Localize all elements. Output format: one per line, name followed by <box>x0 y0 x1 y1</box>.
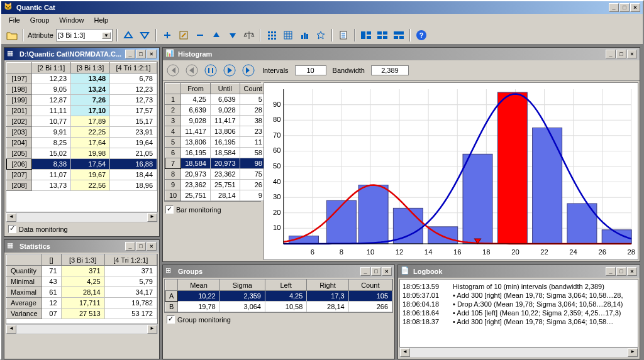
panel-min[interactable]: _ <box>125 50 135 58</box>
svg-text:16: 16 <box>453 248 462 256</box>
hist-titlebar: 📊 Histogram _□× <box>163 48 640 60</box>
data-table[interactable]: [2 Bi 1:1][3 Bi 1:3][4 Tri 1:2:1][197]12… <box>6 62 157 191</box>
star-button[interactable] <box>314 28 328 42</box>
add-button[interactable] <box>160 28 174 42</box>
last-button[interactable] <box>241 63 256 78</box>
help-button[interactable]: ? <box>414 28 428 42</box>
svg-rect-3 <box>274 31 276 33</box>
chart-icon: 📊 <box>165 49 175 59</box>
up-button[interactable] <box>121 28 135 42</box>
bar-monitor-checkbox[interactable] <box>165 205 174 214</box>
menu-window[interactable]: Window <box>54 15 89 25</box>
menu-file[interactable]: File <box>4 15 25 25</box>
maximize-button[interactable]: □ <box>619 3 630 12</box>
svg-text:8: 8 <box>340 248 343 256</box>
histogram-chart[interactable]: 1020304050607080906810121416182022242628 <box>264 82 638 260</box>
document-button[interactable] <box>336 28 350 42</box>
pause-button[interactable] <box>203 63 218 78</box>
down-button[interactable] <box>138 28 152 42</box>
close-button[interactable]: × <box>630 3 640 12</box>
dropdown-arrow-icon[interactable]: ▼ <box>102 32 111 39</box>
svg-rect-9 <box>274 38 276 40</box>
attribute-dropdown[interactable]: ▼ <box>56 29 113 41</box>
minimize-button[interactable]: _ <box>609 3 619 12</box>
svg-rect-23 <box>394 36 398 39</box>
panel-close[interactable]: × <box>147 50 157 58</box>
stats-titlebar: ▦ Statistics _□× <box>4 240 159 253</box>
groups-table[interactable]: MeanSigmaLeftRightCountA10,222,3594,2517… <box>165 280 392 312</box>
svg-text:50: 50 <box>273 162 281 170</box>
panel-min[interactable]: _ <box>360 267 370 276</box>
balance-button[interactable] <box>242 28 256 42</box>
panel-max[interactable]: □ <box>136 242 146 251</box>
panel-min[interactable]: _ <box>606 50 616 58</box>
log-body[interactable]: 18:05:13.5918:05:37.0118:06:04.1818:06:1… <box>399 279 638 347</box>
svg-rect-24 <box>399 36 404 39</box>
bandwidth-input[interactable] <box>371 65 409 75</box>
svg-rect-17 <box>367 36 371 39</box>
data-monitor-checkbox[interactable] <box>8 225 16 233</box>
up2-button[interactable] <box>209 28 223 42</box>
app-icon: 🐱 <box>4 3 14 13</box>
layout2-button[interactable] <box>375 28 389 42</box>
svg-text:24: 24 <box>569 248 577 256</box>
layout1-button[interactable] <box>359 28 373 42</box>
data-panel-titlebar: ▦ D:\Quantic Cat\NORMDATA.C... _□× <box>4 48 159 60</box>
panel-max[interactable]: □ <box>371 267 381 276</box>
stats-icon: ▦ <box>7 241 17 251</box>
svg-text:10: 10 <box>273 224 281 231</box>
main-toolbar: Attribute ▼ ? <box>1 26 643 45</box>
svg-rect-13 <box>306 34 308 39</box>
interval-table[interactable]: FromUntilCount14,256,639526,6399,0282839… <box>165 83 267 201</box>
edit-button[interactable] <box>177 28 191 42</box>
svg-text:22: 22 <box>540 248 548 256</box>
svg-text:14: 14 <box>425 248 433 256</box>
remove-button[interactable] <box>193 28 207 42</box>
logbook-titlebar: 📄 Logbook _□× <box>398 265 640 278</box>
menu-help[interactable]: Help <box>89 15 113 25</box>
panel-close[interactable]: × <box>147 242 157 251</box>
grid-button[interactable] <box>265 28 279 42</box>
svg-rect-5 <box>271 35 273 36</box>
svg-rect-7 <box>268 38 270 40</box>
bandwidth-label: Bandwidth <box>330 67 367 74</box>
hist-title: Histogram <box>178 50 606 58</box>
chart-button[interactable] <box>297 28 311 42</box>
stats-table[interactable]: [][3 Bi 1:3][4 Tri 1:2:1]Quantity7137137… <box>6 254 157 319</box>
layout3-button[interactable] <box>392 28 406 42</box>
svg-text:20: 20 <box>273 209 281 216</box>
menu-group[interactable]: Group <box>25 15 55 25</box>
data-panel-title: D:\Quantic Cat\NORMDATA.C... <box>19 50 125 58</box>
first-button[interactable] <box>165 63 180 78</box>
svg-rect-21 <box>383 36 387 39</box>
panel-close[interactable]: × <box>627 267 637 276</box>
down2-button[interactable] <box>226 28 240 42</box>
panel-close[interactable]: × <box>382 267 392 276</box>
svg-rect-19 <box>377 36 382 39</box>
stats-hscroll[interactable]: ◄► <box>6 324 158 334</box>
panel-max[interactable]: □ <box>136 50 146 58</box>
groups-icon: ⊞ <box>165 266 175 276</box>
attribute-input[interactable] <box>58 31 102 39</box>
svg-rect-79 <box>463 154 492 244</box>
open-file-button[interactable] <box>5 28 19 42</box>
app-titlebar: 🐱 Quantic Cat _ □ × <box>1 1 643 14</box>
data-hscroll[interactable]: ◄► <box>6 212 158 222</box>
prev-button[interactable] <box>184 63 199 78</box>
next-button[interactable] <box>222 63 237 78</box>
log-hscroll[interactable]: ◄► <box>399 347 638 357</box>
panel-close[interactable]: × <box>627 50 637 58</box>
svg-text:10: 10 <box>367 248 375 256</box>
menubar: File Group Window Help <box>1 14 643 26</box>
panel-max[interactable]: □ <box>616 50 626 58</box>
group-monitor-checkbox[interactable] <box>167 315 175 324</box>
intervals-input[interactable] <box>295 65 326 75</box>
svg-rect-80 <box>497 92 527 244</box>
panel-max[interactable]: □ <box>616 267 626 276</box>
svg-text:80: 80 <box>273 116 281 123</box>
groups-title: Groups <box>178 268 360 275</box>
panel-min[interactable]: _ <box>125 242 135 251</box>
svg-rect-2 <box>271 31 273 33</box>
table-button[interactable] <box>281 28 295 42</box>
panel-min[interactable]: _ <box>606 267 616 276</box>
